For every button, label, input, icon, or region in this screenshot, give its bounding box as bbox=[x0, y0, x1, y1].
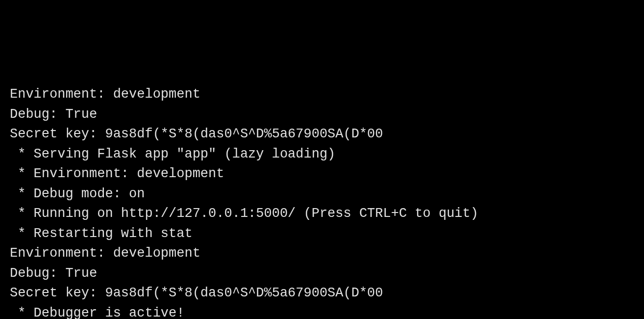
terminal-line: Environment: development bbox=[10, 243, 634, 264]
terminal-line: * Restarting with stat bbox=[10, 224, 634, 244]
terminal-line: * Debug mode: on bbox=[10, 184, 634, 204]
terminal-line: Secret key: 9as8df(*S*8(das0^S^D%5a67900… bbox=[10, 283, 634, 303]
terminal-line: Debug: True bbox=[10, 105, 634, 125]
terminal-line: Secret key: 9as8df(*S*8(das0^S^D%5a67900… bbox=[10, 124, 634, 144]
terminal-line: * Debugger is active! bbox=[10, 303, 634, 319]
terminal-line: * Serving Flask app "app" (lazy loading) bbox=[10, 144, 634, 164]
terminal-line: Debug: True bbox=[10, 264, 634, 284]
terminal-output[interactable]: Environment: developmentDebug: TrueSecre… bbox=[10, 84, 634, 319]
terminal-line: * Running on http://127.0.0.1:5000/ (Pre… bbox=[10, 204, 634, 224]
terminal-line: Environment: development bbox=[10, 84, 634, 105]
terminal-line: * Environment: development bbox=[10, 164, 634, 184]
